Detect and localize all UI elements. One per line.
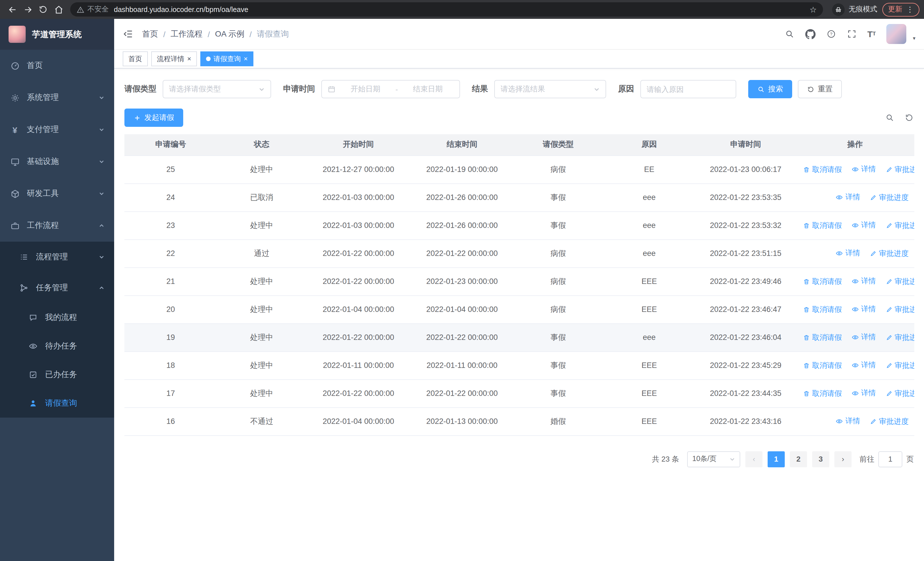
breadcrumb-oa-example[interactable]: OA 示例 bbox=[215, 29, 244, 39]
goto-page-input[interactable] bbox=[878, 451, 902, 467]
page-content: 请假类型 请选择请假类型 申请时间 开始日期 - 结束日期 bbox=[114, 69, 924, 561]
detail-link[interactable]: 详情 bbox=[852, 360, 876, 370]
cell-end-time: 2022-01-04 00:00:00 bbox=[410, 295, 514, 323]
font-size-icon[interactable]: TT bbox=[867, 30, 876, 38]
avatar-caret-icon[interactable]: ▾ bbox=[913, 35, 915, 44]
help-icon[interactable]: ? bbox=[826, 29, 836, 39]
approval-progress-link[interactable]: 审批进度 bbox=[870, 417, 909, 427]
approval-progress-link[interactable]: 审批进度 bbox=[885, 332, 914, 343]
sidebar-item-dev-tools[interactable]: 研发工具 bbox=[0, 177, 114, 210]
approval-progress-label: 审批进度 bbox=[879, 193, 909, 203]
sidebar-item-label: 支付管理 bbox=[27, 125, 59, 135]
address-bar[interactable]: 不安全 dashboard.yudao.iocoder.cn/bpm/oa/le… bbox=[70, 2, 823, 17]
sidebar-item-process-mgmt[interactable]: 流程管理 bbox=[0, 242, 114, 272]
detail-link[interactable]: 详情 bbox=[836, 192, 860, 203]
cancel-leave-link[interactable]: 取消请假 bbox=[803, 277, 842, 287]
reset-button[interactable]: 重置 bbox=[798, 80, 842, 98]
browser-update-button[interactable]: 更新 ⋮ bbox=[882, 3, 920, 16]
show-search-icon[interactable] bbox=[885, 113, 894, 122]
page-button-2[interactable]: 2 bbox=[790, 451, 807, 467]
svg-text:?: ? bbox=[830, 32, 832, 36]
bookmark-star-icon[interactable]: ☆ bbox=[810, 5, 817, 14]
breadcrumb-home[interactable]: 首页 bbox=[142, 29, 158, 39]
approval-progress-link[interactable]: 审批进度 bbox=[885, 164, 914, 175]
leave-type-select[interactable]: 请选择请假类型 bbox=[163, 80, 271, 98]
date-start-placeholder[interactable]: 开始日期 bbox=[340, 84, 392, 94]
sidebar-item-home[interactable]: 首页 bbox=[0, 50, 114, 82]
sidebar-item-todo-tasks[interactable]: 待办任务 bbox=[0, 332, 114, 361]
chevron-up-icon bbox=[99, 223, 105, 229]
search-icon[interactable] bbox=[785, 29, 795, 39]
cancel-leave-link[interactable]: 取消请假 bbox=[803, 332, 842, 343]
column-header-apply-id: 申请编号 bbox=[124, 134, 217, 155]
approval-progress-link[interactable]: 审批进度 bbox=[885, 277, 914, 287]
date-end-placeholder[interactable]: 结束日期 bbox=[402, 84, 454, 94]
sidebar-item-payment-mgmt[interactable]: ¥ 支付管理 bbox=[0, 114, 114, 146]
security-warning[interactable]: 不安全 bbox=[76, 5, 109, 14]
approval-progress-link[interactable]: 审批进度 bbox=[870, 248, 909, 259]
browser-back-button[interactable] bbox=[4, 2, 20, 17]
tab-process-detail[interactable]: 流程详情 × bbox=[151, 51, 197, 66]
pen-icon bbox=[885, 362, 892, 369]
page-size-select[interactable]: 10条/页 bbox=[687, 451, 740, 467]
sidebar-item-system-mgmt[interactable]: 系统管理 bbox=[0, 82, 114, 114]
breadcrumb-workflow[interactable]: 工作流程 bbox=[171, 29, 202, 39]
approval-progress-link[interactable]: 审批进度 bbox=[870, 193, 909, 203]
browser-home-button[interactable] bbox=[51, 2, 66, 17]
cancel-leave-link[interactable]: 取消请假 bbox=[803, 388, 842, 399]
next-page-button[interactable]: › bbox=[834, 451, 852, 467]
detail-label: 详情 bbox=[861, 332, 876, 343]
detail-link[interactable]: 详情 bbox=[836, 248, 860, 259]
browser-reload-button[interactable] bbox=[35, 2, 51, 17]
sidebar-item-task-mgmt[interactable]: 任务管理 bbox=[0, 272, 114, 303]
browser-menu-icon[interactable]: ⋮ bbox=[906, 5, 914, 14]
app-logo[interactable]: 芋道管理系统 bbox=[0, 19, 114, 50]
cancel-leave-link[interactable]: 取消请假 bbox=[803, 304, 842, 315]
sidebar-item-done-tasks[interactable]: 已办任务 bbox=[0, 361, 114, 389]
apply-time-range-picker[interactable]: 开始日期 - 结束日期 bbox=[321, 80, 460, 98]
cancel-leave-link[interactable]: 取消请假 bbox=[803, 221, 842, 231]
sidebar-fold-icon[interactable] bbox=[123, 29, 134, 39]
app-title: 芋道管理系统 bbox=[32, 29, 82, 40]
cell-reason: EEE bbox=[603, 407, 696, 435]
approval-progress-link[interactable]: 审批进度 bbox=[885, 304, 914, 315]
detail-link[interactable]: 详情 bbox=[852, 276, 876, 286]
page-url[interactable]: dashboard.yudao.iocoder.cn/bpm/oa/leave bbox=[114, 5, 810, 14]
detail-link[interactable]: 详情 bbox=[852, 332, 876, 343]
cell-apply-id: 24 bbox=[124, 183, 217, 211]
detail-link[interactable]: 详情 bbox=[852, 304, 876, 314]
page-button-1[interactable]: 1 bbox=[768, 451, 785, 467]
close-icon[interactable]: × bbox=[187, 56, 191, 62]
cancel-leave-link[interactable]: 取消请假 bbox=[803, 361, 842, 371]
user-avatar[interactable] bbox=[886, 24, 907, 44]
create-leave-button[interactable]: 发起请假 bbox=[124, 108, 183, 127]
reason-input[interactable] bbox=[646, 85, 730, 93]
cell-leave-type: 病假 bbox=[514, 295, 603, 323]
github-icon[interactable] bbox=[805, 29, 816, 39]
sidebar-item-my-process[interactable]: 我的流程 bbox=[0, 303, 114, 332]
sidebar-item-infrastructure[interactable]: 基础设施 bbox=[0, 146, 114, 177]
sidebar-item-workflow[interactable]: 工作流程 bbox=[0, 210, 114, 242]
detail-link[interactable]: 详情 bbox=[852, 220, 876, 230]
cell-status: 已取消 bbox=[217, 183, 306, 211]
search-button[interactable]: 搜索 bbox=[748, 80, 792, 98]
sidebar-item-leave-query[interactable]: 请假查询 bbox=[0, 389, 114, 418]
close-icon[interactable]: × bbox=[244, 56, 248, 62]
result-select[interactable]: 请选择流结果 bbox=[494, 80, 606, 98]
refresh-icon[interactable] bbox=[904, 113, 914, 122]
approval-progress-link[interactable]: 审批进度 bbox=[885, 361, 914, 371]
tab-leave-query[interactable]: 请假查询 × bbox=[200, 51, 254, 66]
detail-link[interactable]: 详情 bbox=[852, 388, 876, 399]
approval-progress-label: 审批进度 bbox=[895, 221, 914, 231]
browser-forward-button[interactable] bbox=[20, 2, 35, 17]
fullscreen-icon[interactable] bbox=[847, 29, 856, 39]
approval-progress-link[interactable]: 审批进度 bbox=[885, 221, 914, 231]
cell-status: 处理中 bbox=[217, 351, 306, 379]
detail-link[interactable]: 详情 bbox=[836, 416, 860, 426]
approval-progress-link[interactable]: 审批进度 bbox=[885, 388, 914, 399]
detail-link[interactable]: 详情 bbox=[852, 164, 876, 174]
cancel-leave-link[interactable]: 取消请假 bbox=[803, 164, 842, 175]
page-button-3[interactable]: 3 bbox=[812, 451, 829, 467]
prev-page-button[interactable]: ‹ bbox=[746, 451, 762, 467]
tab-home[interactable]: 首页 bbox=[123, 51, 148, 66]
